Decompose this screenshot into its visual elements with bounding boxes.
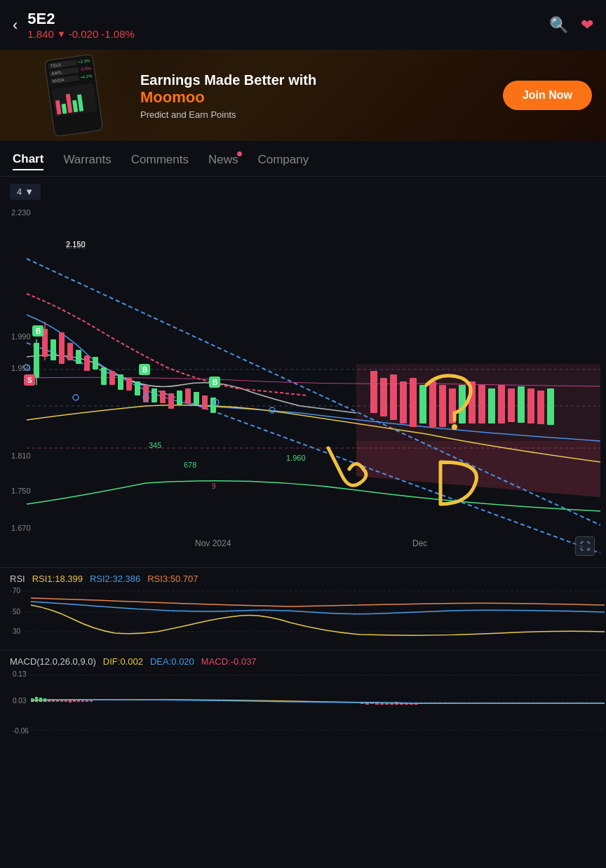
rsi-chart-svg: 70 50 30 — [10, 584, 605, 647]
svg-rect-31 — [160, 391, 166, 403]
svg-rect-26 — [118, 374, 123, 390]
rsi3-label: RSI3:50.707 — [147, 574, 198, 584]
search-icon[interactable]: 🔍 — [549, 16, 568, 34]
svg-rect-24 — [101, 367, 107, 385]
svg-rect-54 — [527, 388, 534, 423]
svg-rect-21 — [76, 350, 81, 364]
stock-info: 5E2 1.840 ▼ -0.020 -1.08% — [27, 10, 135, 40]
macd-chart-svg: 0.13 0.03 -0.06 — [10, 667, 605, 744]
svg-point-70 — [452, 424, 457, 430]
svg-rect-23 — [93, 357, 98, 369]
svg-rect-39 — [380, 378, 387, 416]
svg-rect-22 — [84, 355, 90, 371]
phone-mockup: TSLA +2.3% AAPL -0.5% NVDA +4.1% — [44, 54, 104, 137]
watchlist-icon[interactable]: ❤ — [581, 16, 593, 34]
rsi-labels: RSI RSI1:18.399 RSI2:32.386 RSI3:50.707 — [10, 574, 596, 584]
expand-icon: ⛶ — [580, 541, 590, 552]
news-notification-dot — [237, 151, 242, 156]
join-now-button[interactable]: Join Now — [503, 81, 592, 110]
svg-text:2.150: 2.150 — [66, 240, 86, 248]
svg-rect-34 — [185, 388, 191, 404]
price-change-pct: -1.08% — [101, 28, 135, 40]
svg-text:2.230: 2.230 — [11, 208, 31, 217]
svg-text:0.03: 0.03 — [13, 697, 27, 705]
svg-rect-33 — [177, 391, 182, 405]
stock-symbol: 5E2 — [27, 10, 135, 28]
tab-bar: Chart Warrants Comments News Company — [0, 141, 606, 177]
rsi-chart: 70 50 30 — [10, 584, 596, 647]
macd-title: MACD(12.0,26.0,9.0) — [10, 656, 96, 667]
tab-news[interactable]: News — [208, 153, 238, 170]
svg-rect-42 — [410, 378, 417, 427]
rsi1-label: RSI1:18.399 — [32, 574, 83, 584]
back-button[interactable]: ‹ — [13, 16, 18, 34]
price-change: -0.020 — [69, 28, 99, 40]
banner-phones: TSLA +2.3% AAPL -0.5% NVDA +4.1% — [0, 50, 140, 141]
svg-rect-105 — [86, 700, 88, 702]
svg-text:B: B — [142, 366, 147, 374]
macd-value-label: MACD:-0.037 — [201, 656, 257, 667]
tab-chart[interactable]: Chart — [13, 152, 43, 170]
svg-rect-44 — [429, 381, 436, 427]
svg-text:50: 50 — [13, 608, 21, 616]
svg-rect-41 — [400, 381, 407, 423]
macd-labels: MACD(12.0,26.0,9.0) DIF:0.002 DEA:0.020 … — [10, 656, 596, 667]
dif-label: DIF:0.002 — [103, 656, 143, 667]
svg-rect-30 — [152, 388, 157, 402]
svg-text:B: B — [36, 327, 41, 335]
banner-brand: Moomoo — [140, 88, 492, 107]
header-left: ‹ 5E2 1.840 ▼ -0.020 -1.08% — [13, 10, 135, 40]
stock-price: 1.840 ▼ -0.020 -1.08% — [27, 28, 135, 40]
svg-text:1.990: 1.990 — [11, 332, 31, 341]
svg-text:-0.06: -0.06 — [13, 727, 29, 735]
banner-content: Earnings Made Better with Moomoo Predict… — [140, 72, 492, 120]
period-selector[interactable]: 4 ▼ — [10, 184, 41, 200]
svg-rect-28 — [135, 381, 140, 395]
main-chart: 2.230 2.150 1.990 1.950 1.810 1.750 1.67… — [0, 203, 606, 567]
price-value: 1.840 — [27, 28, 54, 40]
tab-company[interactable]: Company — [257, 153, 309, 170]
svg-rect-78 — [10, 584, 605, 647]
chart-controls: 4 ▼ — [0, 177, 606, 203]
tab-comments[interactable]: Comments — [131, 153, 189, 170]
svg-rect-40 — [390, 374, 397, 420]
svg-text:B: B — [213, 379, 217, 386]
dea-label: DEA:0.020 — [150, 656, 194, 667]
svg-rect-51 — [498, 385, 505, 423]
svg-text:0.13: 0.13 — [13, 670, 27, 678]
svg-rect-55 — [537, 391, 544, 424]
svg-text:1.810: 1.810 — [11, 452, 31, 460]
svg-rect-52 — [508, 388, 515, 422]
macd-section: MACD(12.0,26.0,9.0) DIF:0.002 DEA:0.020 … — [0, 650, 606, 747]
svg-text:1.750: 1.750 — [11, 487, 31, 495]
rsi-section: RSI RSI1:18.399 RSI2:32.386 RSI3:50.707 … — [0, 567, 606, 650]
tab-warrants[interactable]: Warrants — [63, 153, 111, 170]
svg-text:1.670: 1.670 — [11, 524, 31, 532]
svg-text:678: 678 — [184, 461, 196, 469]
svg-rect-45 — [439, 385, 446, 427]
chevron-down-icon: ▼ — [25, 187, 34, 197]
svg-rect-38 — [370, 371, 377, 413]
svg-rect-27 — [126, 378, 132, 391]
svg-text:1.960: 1.960 — [286, 454, 306, 462]
banner-ad: TSLA +2.3% AAPL -0.5% NVDA +4.1% Earning… — [0, 50, 606, 141]
svg-rect-36 — [202, 395, 208, 409]
svg-rect-32 — [168, 393, 174, 409]
rsi2-label: RSI2:32.386 — [90, 574, 140, 584]
svg-rect-50 — [488, 388, 495, 423]
svg-rect-49 — [478, 385, 485, 423]
header: ‹ 5E2 1.840 ▼ -0.020 -1.08% 🔍 ❤ — [0, 0, 606, 50]
svg-rect-85 — [10, 667, 605, 744]
svg-rect-35 — [194, 392, 199, 405]
svg-rect-104 — [81, 700, 84, 702]
svg-rect-53 — [518, 386, 525, 423]
banner-title: Earnings Made Better with — [140, 72, 492, 88]
svg-text:70: 70 — [13, 587, 21, 595]
svg-rect-19 — [59, 332, 65, 364]
svg-rect-56 — [547, 388, 554, 425]
svg-text:S: S — [27, 377, 32, 384]
header-right: 🔍 ❤ — [549, 16, 593, 34]
svg-text:9: 9 — [212, 482, 216, 490]
svg-rect-18 — [50, 339, 56, 360]
fullscreen-button[interactable]: ⛶ — [575, 536, 595, 556]
